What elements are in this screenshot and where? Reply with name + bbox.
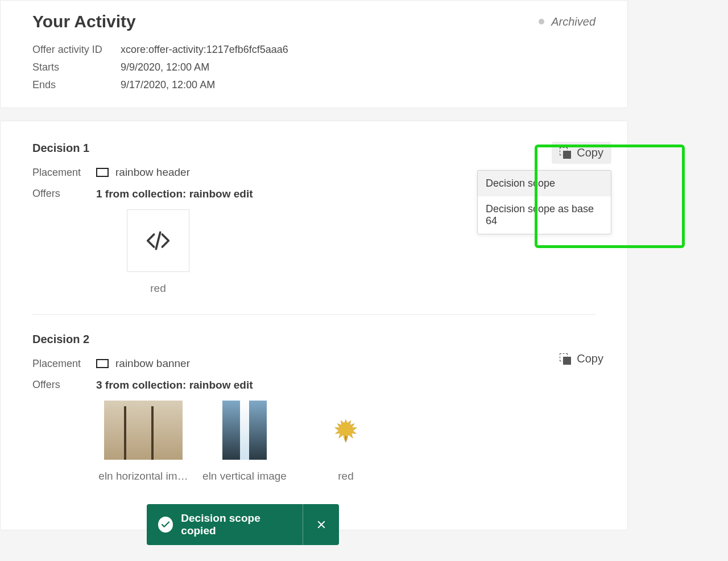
divider	[32, 314, 595, 315]
meta-starts-value: 9/9/2020, 12:00 AM	[121, 61, 595, 73]
svg-line-0	[156, 232, 160, 249]
offers-label: Offers	[32, 188, 96, 200]
placement-value: rainbow header	[115, 166, 190, 179]
status-dot-icon	[539, 19, 544, 24]
meta-id-label: Offer activity ID	[32, 44, 121, 56]
copy-label: Copy	[577, 146, 603, 159]
copy-label: Copy	[577, 352, 603, 365]
copy-button[interactable]: Copy	[552, 348, 611, 370]
status-badge: Archived	[539, 15, 595, 28]
offer-item[interactable]: red	[303, 401, 388, 482]
copy-button[interactable]: Copy	[552, 142, 611, 164]
offer-name: eln vertical image	[202, 470, 287, 482]
copy-icon	[560, 147, 571, 159]
decisions-card: Decision 1 Placement rainbow header Offe…	[0, 121, 628, 530]
dropdown-item-decision-scope-base64[interactable]: Decision scope as base 64	[478, 196, 611, 234]
toast-close-button[interactable]	[303, 504, 339, 545]
toast: Decision scope copied	[147, 504, 339, 545]
decision-title: Decision 2	[32, 333, 595, 346]
dropdown-item-decision-scope[interactable]: Decision scope	[478, 171, 611, 196]
meta-ends-label: Ends	[32, 79, 121, 91]
leaf-icon	[315, 401, 377, 460]
offer-item[interactable]: eln horizontal im…	[101, 401, 186, 482]
copy-icon	[560, 353, 571, 365]
placement-label: Placement	[32, 358, 96, 370]
copy-dropdown: Decision scope Decision scope as base 64	[477, 170, 611, 234]
placement-label: Placement	[32, 167, 96, 179]
placement-icon	[96, 168, 109, 177]
meta-id-value: xcore:offer-activity:1217efb6fcf5aaa6	[121, 44, 595, 56]
offer-name: red	[150, 282, 166, 295]
offers-summary: 3 from collection: rainbow edit	[96, 379, 595, 391]
decision-block: Decision 2 Placement rainbow banner Offe…	[32, 333, 595, 482]
close-icon	[316, 519, 326, 530]
meta-starts-label: Starts	[32, 61, 121, 73]
placement-icon	[96, 359, 109, 368]
placement-value: rainbow banner	[115, 357, 190, 370]
status-text: Archived	[551, 15, 595, 28]
offers-label: Offers	[32, 379, 96, 391]
offer-item[interactable]: eln vertical image	[202, 401, 287, 482]
check-circle-icon	[158, 517, 173, 533]
toast-message: Decision scope copied	[181, 512, 291, 537]
offer-thumbnail	[104, 401, 183, 460]
offer-thumbnail	[222, 401, 267, 460]
code-icon	[127, 209, 189, 272]
meta-ends-value: 9/17/2020, 12:00 AM	[121, 79, 595, 91]
activity-header-card: Your Activity Archived Offer activity ID…	[0, 0, 628, 108]
offer-name: eln horizontal im…	[98, 470, 188, 482]
decision-title: Decision 1	[32, 142, 595, 155]
page-title: Your Activity	[32, 12, 136, 31]
offer-name: red	[338, 470, 353, 482]
offer-item[interactable]: red	[115, 209, 201, 295]
